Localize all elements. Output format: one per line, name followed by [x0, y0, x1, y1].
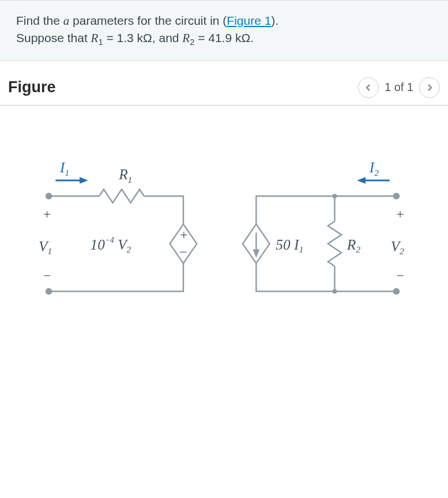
r2-label: R2	[347, 236, 360, 255]
r2-symbol: R	[182, 31, 190, 45]
port1-bottom-terminal	[46, 288, 52, 295]
wire	[256, 263, 396, 292]
equals: =	[103, 31, 117, 44]
r1-symbol: R	[91, 31, 99, 45]
node	[333, 194, 337, 198]
cccs-label: 50 I1	[276, 236, 303, 255]
figure-title: Figure	[8, 78, 56, 96]
i2-arrowhead	[357, 177, 366, 184]
wire	[144, 196, 183, 224]
pager-prev-button[interactable]	[358, 77, 379, 98]
pager-next-button[interactable]	[419, 77, 440, 98]
figure-link[interactable]: Figure 1	[227, 14, 271, 27]
node	[333, 289, 337, 294]
r1-value: 1.3 kΩ	[117, 31, 152, 44]
prompt-text: ).	[271, 14, 278, 27]
v1-minus: −	[43, 268, 51, 283]
resistor-r1	[99, 189, 144, 202]
port2-bottom-terminal	[393, 288, 400, 295]
cccs-arrowhead	[253, 250, 260, 258]
chevron-right-icon	[426, 84, 433, 91]
vccs-label: 10−4 V2	[91, 236, 131, 255]
i2-label: I2	[369, 159, 379, 178]
circuit-svg: + − I1 R1 + V1 − 10−4 V2	[21, 140, 424, 342]
equals: =	[194, 31, 208, 44]
circuit-figure: + − I1 R1 + V1 − 10−4 V2	[0, 105, 448, 367]
v2-label: V2	[391, 237, 404, 256]
pager-label: 1 of 1	[385, 81, 413, 94]
wire	[49, 263, 183, 292]
vccs-minus: −	[179, 244, 187, 259]
vccs-plus: +	[180, 227, 187, 242]
parameter-letter: a	[63, 14, 70, 28]
period: .	[250, 31, 254, 44]
r1-subscript: 1	[98, 38, 103, 47]
port2-top-terminal	[393, 193, 400, 199]
prompt-text: Find the	[16, 14, 63, 27]
i1-arrowhead	[80, 177, 88, 184]
and-text: , and	[152, 31, 183, 44]
resistor-r2	[328, 221, 341, 266]
r1-label: R1	[118, 166, 132, 184]
wire	[256, 196, 396, 224]
v2-plus: +	[396, 206, 404, 221]
prompt-text: Suppose that	[16, 31, 91, 44]
prompt-text: parameters for the circuit in (	[69, 14, 227, 27]
v2-minus: −	[396, 268, 404, 283]
problem-prompt: Find the a parameters for the circuit in…	[0, 0, 448, 61]
chevron-left-icon	[365, 84, 372, 91]
v1-plus: +	[43, 206, 51, 221]
v1-label: V1	[39, 237, 52, 256]
figure-header: Figure 1 of 1	[0, 61, 448, 105]
figure-pager: 1 of 1	[358, 77, 440, 98]
r2-value: 41.9 kΩ	[208, 31, 250, 44]
i1-label: I1	[59, 159, 69, 178]
